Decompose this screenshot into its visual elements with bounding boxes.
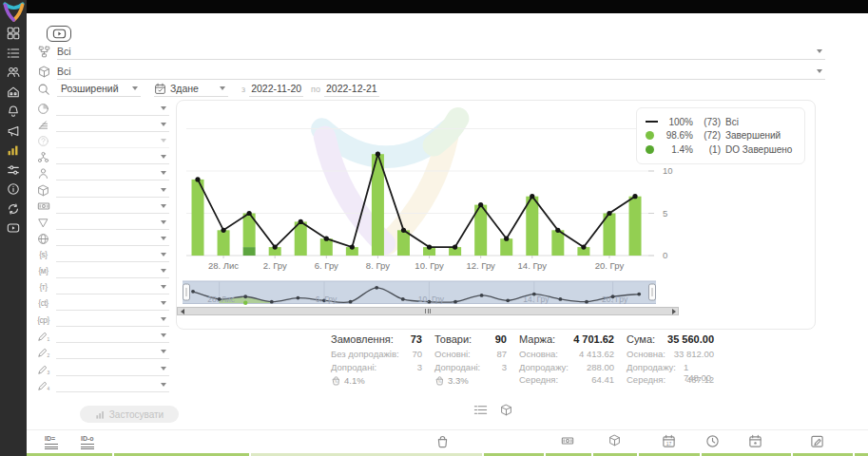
filter-custom-4-select[interactable] <box>56 378 169 392</box>
legend-dot-marker <box>646 145 654 154</box>
scrollbar-grip[interactable] <box>425 309 431 314</box>
search-mode-select[interactable]: Розширений <box>57 81 141 97</box>
minimap-handle[interactable] <box>183 284 190 300</box>
footer-col-products[interactable] <box>435 434 450 448</box>
nav-statistics[interactable] <box>0 141 27 161</box>
nav-settings[interactable] <box>0 161 27 180</box>
video-help-button[interactable] <box>47 26 71 42</box>
footer-col-package[interactable] <box>608 434 621 446</box>
svg-text:5: 5 <box>663 208 667 218</box>
filter-custom-3-select[interactable] <box>56 362 169 376</box>
nav-dashboard[interactable] <box>0 24 27 44</box>
filter-status-m-select[interactable] <box>56 264 169 278</box>
stats-subrow-value: 87 <box>496 349 507 362</box>
app-logo-icon[interactable] <box>2 0 27 25</box>
legend-percent: 100% <box>662 117 697 127</box>
filter-status-cp-select[interactable] <box>56 313 169 327</box>
filter-structure-select[interactable] <box>56 150 169 164</box>
filter-unknown-select[interactable] <box>56 134 169 148</box>
filter-website-select[interactable] <box>56 232 169 246</box>
filter-product-row: Всі <box>36 64 825 80</box>
stats-subrow-label: Середня: <box>627 374 665 388</box>
legend-dot-marker <box>646 131 654 140</box>
filter-funnel-select[interactable] <box>56 216 169 230</box>
search-mode-value: Розширений <box>57 83 123 94</box>
main-content: Всі Всі Розширений Здане з 2022-11 <box>27 13 868 456</box>
footer-col-date-edit[interactable] <box>810 434 824 448</box>
chevron-down-icon <box>161 204 166 208</box>
filter-manager-select[interactable] <box>56 166 169 180</box>
footer-col-date[interactable]: 17 <box>662 434 676 448</box>
apply-filters-button[interactable]: Застосувати <box>80 406 179 423</box>
nav-video[interactable] <box>0 218 27 238</box>
filter-geo-select[interactable] <box>56 102 169 116</box>
scrollbar-track[interactable] <box>186 309 669 314</box>
nav-promotions[interactable] <box>0 102 27 122</box>
svg-text:2. Гру: 2. Гру <box>263 260 287 271</box>
product-select[interactable]: Всі <box>57 64 825 80</box>
category-select[interactable]: Всі <box>57 44 825 60</box>
filter-levels <box>36 117 169 133</box>
chevron-down-icon <box>220 86 225 90</box>
chart-scrollbar[interactable] <box>177 307 679 315</box>
nav-warehouse[interactable] <box>0 83 27 103</box>
chart-minimap[interactable]: 28. Лис6. Гру10. Гру14. Гру20. Гру <box>177 277 679 307</box>
date-field-select[interactable]: Здане <box>154 81 228 97</box>
left-filter-panel: {s}{м}{т}{ct}{cp}1234 <box>36 101 169 393</box>
help-icon <box>36 135 50 147</box>
filter-levels-select[interactable] <box>56 118 169 132</box>
chevron-down-icon <box>161 333 166 337</box>
filter-status-t-select[interactable] <box>56 280 169 294</box>
scrollbar-right-arrow[interactable] <box>669 308 678 314</box>
search-icon <box>36 83 51 96</box>
stats-subrow-label: Допродажу: <box>519 362 569 375</box>
legend-count: (72) <box>697 130 725 141</box>
chevron-down-icon <box>161 301 166 305</box>
legend-item-1[interactable]: 100%(73)Всі <box>646 115 796 129</box>
stats-subrow-value: 3 <box>417 362 422 375</box>
filter-status-t: {т} <box>36 279 169 295</box>
footer-col-date-done[interactable] <box>748 434 762 448</box>
filter-status-m: {м} <box>36 263 169 279</box>
stats-subrow-label: Основна: <box>519 349 558 362</box>
chevron-down-icon <box>161 171 166 175</box>
legend-percent: 98.6% <box>662 130 697 141</box>
date-to-input[interactable]: 2022-12-21 <box>324 81 379 97</box>
legend-item-3[interactable]: 1.4%(1)DO Завершено <box>646 142 796 157</box>
chevron-down-icon <box>161 285 166 289</box>
scrollbar-left-arrow[interactable] <box>178 308 186 314</box>
pencil-3-icon: 3 <box>36 363 50 375</box>
filter-payment-select[interactable] <box>56 200 169 214</box>
nav-info[interactable] <box>0 180 27 200</box>
nav-customers[interactable] <box>0 63 27 83</box>
apply-button-label: Застосувати <box>109 409 164 420</box>
footer-col-time[interactable] <box>705 434 720 448</box>
stats-subrow: Середня:487.12 <box>627 374 714 388</box>
footer-col-id-desc[interactable]: ID-o <box>81 435 94 449</box>
filter-status-ct: {ct} <box>36 295 169 312</box>
filter-product-select[interactable] <box>56 183 169 198</box>
lines-icon <box>81 444 94 449</box>
nav-broadcast[interactable] <box>0 122 27 142</box>
nav-sync[interactable] <box>0 200 27 219</box>
toggle-list-view[interactable] <box>473 403 488 417</box>
org-tree-icon <box>36 151 50 163</box>
stats-subrow-label: Середня: <box>519 374 558 388</box>
filter-custom-2-select[interactable] <box>56 345 169 359</box>
filter-custom-1-select[interactable] <box>56 329 169 343</box>
filter-status-s-select[interactable] <box>56 248 169 262</box>
sync-icon <box>7 202 20 216</box>
toggle-products-view[interactable] <box>500 403 512 417</box>
date-from-input[interactable]: 2022-11-20 <box>249 81 303 97</box>
footer-col-payment[interactable] <box>561 434 574 447</box>
stats-column-1: Замовлення:73Без допродажів:70Допродані:… <box>331 333 422 388</box>
legend-item-2[interactable]: 98.6%(72)Завершений <box>646 129 796 143</box>
svg-text:6. Гру: 6. Гру <box>315 260 338 271</box>
minimap-handle[interactable] <box>649 284 656 300</box>
footer-col-id-asc[interactable]: ID= <box>45 435 58 449</box>
chevron-down-icon <box>161 139 166 142</box>
cube-icon <box>36 184 50 197</box>
filter-status-ct-select[interactable] <box>56 296 169 311</box>
nav-orders[interactable] <box>0 44 27 64</box>
calendar-check-icon <box>154 83 166 95</box>
